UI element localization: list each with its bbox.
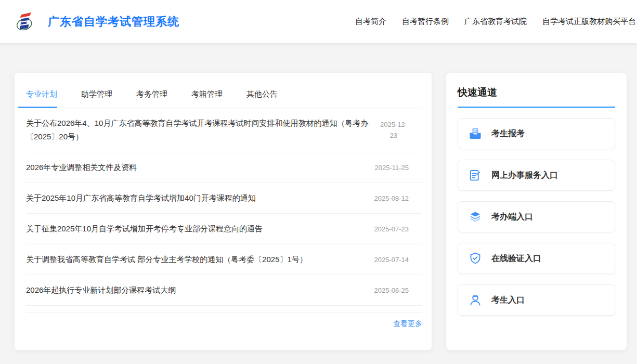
notice-row[interactable]: 关于调整我省高等教育自学考试 部分专业主考学校的通知（粤考委〔2025〕1号） … <box>26 244 422 275</box>
notice-row[interactable]: 关于2025年10月广东省高等教育自学考试增加40门开考课程的通知 2025-0… <box>26 183 422 214</box>
nav-link-regulations[interactable]: 自考暂行条例 <box>402 17 449 27</box>
quick-title-underline <box>458 107 615 108</box>
layers-icon <box>469 210 482 224</box>
inbox-report-icon <box>469 127 482 140</box>
quick-item-online-services[interactable]: 网上办事服务入口 <box>458 160 615 191</box>
notice-title[interactable]: 关于2025年10月广东省高等教育自学考试增加40门开考课程的通知 <box>26 191 374 205</box>
quick-item-label: 考生入口 <box>491 295 525 306</box>
site-logo-icon <box>16 10 34 33</box>
tab-other-announcements[interactable]: 其他公告 <box>246 88 278 108</box>
notice-row[interactable]: 关于公布2026年4、10月广东省高等教育自学考试开考课程考试时间安排和使用教材… <box>26 108 422 152</box>
notice-list: 关于公布2026年4、10月广东省高等教育自学考试开考课程考试时间安排和使用教材… <box>26 108 422 313</box>
notice-title[interactable]: 2026年专业调整相关文件及资料 <box>26 161 374 174</box>
nav-link-exam-authority[interactable]: 广东省教育考试院 <box>464 17 527 27</box>
tab-study-support[interactable]: 助学管理 <box>81 88 112 108</box>
notice-title[interactable]: 2026年起执行专业新计划部分课程考试大纲 <box>26 283 374 297</box>
notice-row[interactable]: 2026年专业调整相关文件及资料 2025-11-25 <box>26 152 422 183</box>
quick-item-label: 考生报考 <box>491 128 525 139</box>
notice-date: 2025-11-25 <box>374 162 409 173</box>
tab-major-plan[interactable]: 专业计划 <box>26 88 57 108</box>
notice-date: 2025-06-25 <box>374 285 409 296</box>
quick-channel-title: 快速通道 <box>458 86 615 99</box>
notice-title[interactable]: 关于调整我省高等教育自学考试 部分专业主考学校的通知（粤考委〔2025〕1号） <box>26 253 374 266</box>
notice-title[interactable]: 关于公布2026年4、10月广东省高等教育自学考试开考课程考试时间安排和使用教材… <box>26 116 379 144</box>
site-title: 广东省自学考试管理系统 <box>48 14 179 30</box>
notice-date: 2025-12-23 <box>379 119 409 141</box>
view-more-link[interactable]: 查看更多 <box>393 319 422 329</box>
notice-date: 2025-07-14 <box>374 254 409 265</box>
nav-link-intro[interactable]: 自考简介 <box>355 17 386 27</box>
view-more-row: 查看更多 <box>26 313 422 335</box>
quick-item-online-verification[interactable]: 在线验证入口 <box>458 243 615 274</box>
tab-exam-records[interactable]: 考籍管理 <box>191 88 223 108</box>
notice-row-empty <box>26 306 422 313</box>
quick-channel-panel: 快速通道 考生报考 网上办事服务入口 <box>446 73 627 350</box>
site-logo-link[interactable]: 广东省自学考试管理系统 <box>16 10 179 33</box>
tab-exam-affairs[interactable]: 考务管理 <box>136 88 167 108</box>
quick-item-label: 网上办事服务入口 <box>491 170 558 181</box>
quick-item-label: 考办端入口 <box>491 212 533 223</box>
notice-title[interactable]: 关于征集2025年10月自学考试增加开考停考专业部分课程意向的通告 <box>26 222 374 236</box>
user-icon <box>469 293 482 307</box>
notice-date: 2025-08-12 <box>374 193 409 204</box>
notice-row[interactable]: 关于征集2025年10月自学考试增加开考停考专业部分课程意向的通告 2025-0… <box>26 214 422 244</box>
quick-item-candidate-portal[interactable]: 考生入口 <box>458 284 615 316</box>
notice-tabs: 专业计划 助学管理 考务管理 考籍管理 其他公告 <box>26 88 422 108</box>
notice-panel: 专业计划 助学管理 考务管理 考籍管理 其他公告 关于公布2026年4、10月广… <box>15 73 432 350</box>
quick-item-exam-office-portal[interactable]: 考办端入口 <box>458 201 615 232</box>
quick-item-label: 在线验证入口 <box>491 253 541 264</box>
notice-row[interactable]: 2026年起执行专业新计划部分课程考试大纲 2025-06-25 <box>26 275 422 306</box>
quick-item-candidate-registration[interactable]: 考生报考 <box>458 118 615 149</box>
top-header: 广东省自学考试管理系统 自考简介 自考暂行条例 广东省教育考试院 自学考试正版教… <box>0 0 637 43</box>
top-nav: 自考简介 自考暂行条例 广东省教育考试院 自学考试正版教材购买平台 <box>355 17 636 27</box>
shield-check-icon <box>469 252 482 265</box>
nav-link-textbook-platform[interactable]: 自学考试正版教材购买平台 <box>542 17 636 27</box>
edit-document-icon <box>469 168 482 182</box>
notice-date: 2025-07-23 <box>374 224 409 235</box>
